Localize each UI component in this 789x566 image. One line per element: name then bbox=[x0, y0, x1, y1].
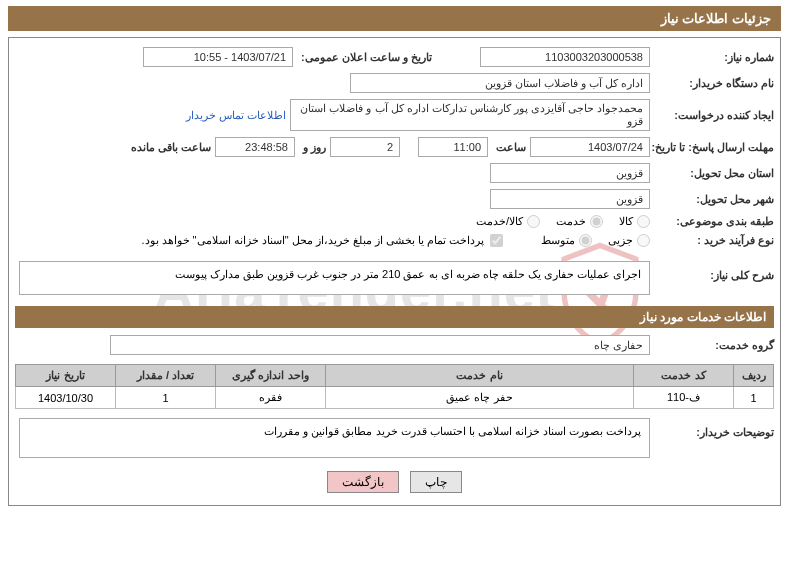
purchase-type-label: نوع فرآیند خرید : bbox=[654, 234, 774, 247]
cell-unit: فقره bbox=[216, 387, 326, 409]
print-button[interactable]: چاپ bbox=[410, 471, 462, 493]
announce-datetime-label: تاریخ و ساعت اعلان عمومی: bbox=[297, 51, 432, 64]
buyer-note-label: توضیحات خریدار: bbox=[654, 418, 774, 439]
requester-label: ایجاد کننده درخواست: bbox=[654, 109, 774, 122]
days-and: روز و bbox=[299, 141, 326, 154]
purchase-opt-medium[interactable]: متوسط bbox=[541, 234, 592, 247]
purchase-opt-minor[interactable]: جزیی bbox=[608, 234, 650, 247]
services-header: اطلاعات خدمات مورد نیاز bbox=[15, 306, 774, 328]
delivery-city-label: شهر محل تحویل: bbox=[654, 193, 774, 206]
cell-qty: 1 bbox=[116, 387, 216, 409]
service-group: حفاری چاه bbox=[110, 335, 650, 355]
remaining-time: 23:48:58 bbox=[215, 137, 295, 157]
delivery-city: قزوین bbox=[490, 189, 650, 209]
delivery-province-label: استان محل تحویل: bbox=[654, 167, 774, 180]
deadline-time: 11:00 bbox=[418, 137, 488, 157]
purchase-type-group: جزیی متوسط bbox=[541, 234, 650, 247]
cell-code: ف-110 bbox=[634, 387, 734, 409]
back-button[interactable]: بازگشت bbox=[327, 471, 399, 493]
service-group-label: گروه خدمت: bbox=[654, 339, 774, 352]
cell-name: حفر چاه عمیق bbox=[326, 387, 634, 409]
deadline-label: مهلت ارسال پاسخ: تا تاریخ: bbox=[654, 141, 774, 154]
cell-row: 1 bbox=[734, 387, 774, 409]
need-summary-label: شرح کلی نیاز: bbox=[654, 261, 774, 282]
announce-datetime: 1403/07/21 - 10:55 bbox=[143, 47, 293, 67]
remaining-days: 2 bbox=[330, 137, 400, 157]
subject-opt-both[interactable]: کالا/خدمت bbox=[476, 215, 540, 228]
islamic-treasury-note: پرداخت تمام یا بخشی از مبلغ خرید،از محل … bbox=[141, 234, 484, 247]
need-number-label: شماره نیاز: bbox=[654, 51, 774, 64]
th-qty: تعداد / مقدار bbox=[116, 365, 216, 387]
buyer-org-label: نام دستگاه خریدار: bbox=[654, 77, 774, 90]
buyer-note: پرداخت بصورت اسناد خزانه اسلامی با احتسا… bbox=[19, 418, 650, 458]
buyer-contact-link[interactable]: اطلاعات تماس خریدار bbox=[186, 109, 286, 122]
delivery-province: قزوین bbox=[490, 163, 650, 183]
buyer-org: اداره کل آب و فاضلاب استان قزوین bbox=[350, 73, 650, 93]
th-code: کد خدمت bbox=[634, 365, 734, 387]
th-date: تاریخ نیاز bbox=[16, 365, 116, 387]
details-frame: شماره نیاز: 1103003203000538 تاریخ و ساع… bbox=[8, 37, 781, 506]
action-bar: چاپ بازگشت bbox=[15, 461, 774, 499]
page-title: جزئیات اطلاعات نیاز bbox=[8, 6, 781, 31]
subject-class-group: کالا خدمت کالا/خدمت bbox=[476, 215, 650, 228]
services-table: ردیف کد خدمت نام خدمت واحد اندازه گیری ت… bbox=[15, 364, 774, 409]
need-summary: اجرای عملیات حفاری یک حلقه چاه ضربه ای ب… bbox=[19, 261, 650, 295]
remaining-label: ساعت باقی مانده bbox=[127, 141, 211, 154]
th-row: ردیف bbox=[734, 365, 774, 387]
th-name: نام خدمت bbox=[326, 365, 634, 387]
th-unit: واحد اندازه گیری bbox=[216, 365, 326, 387]
deadline-date: 1403/07/24 bbox=[530, 137, 650, 157]
cell-date: 1403/10/30 bbox=[16, 387, 116, 409]
requester: محمدجواد حاجی آقایزدی پور کارشناس تدارکا… bbox=[290, 99, 650, 131]
table-row: 1 ف-110 حفر چاه عمیق فقره 1 1403/10/30 bbox=[16, 387, 774, 409]
need-number: 1103003203000538 bbox=[480, 47, 650, 67]
subject-class-label: طبقه بندی موضوعی: bbox=[654, 215, 774, 228]
islamic-treasury-checkbox[interactable]: پرداخت تمام یا بخشی از مبلغ خرید،از محل … bbox=[141, 234, 503, 247]
subject-opt-service[interactable]: خدمت bbox=[556, 215, 603, 228]
time-label: ساعت bbox=[492, 141, 526, 154]
subject-opt-goods[interactable]: کالا bbox=[619, 215, 650, 228]
